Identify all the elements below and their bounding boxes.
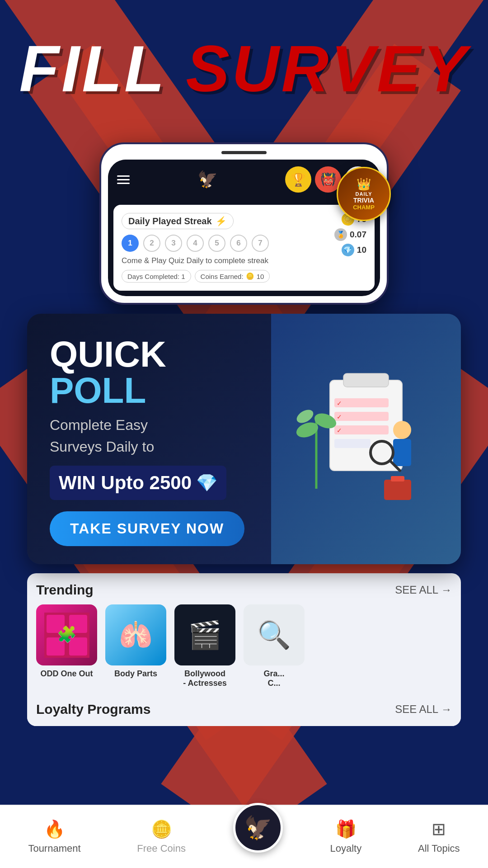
hamburger-icon: [117, 175, 130, 184]
bollywood-thumbnail: 🎬: [174, 604, 235, 665]
poll-illustration: ✓ ✓ ✓: [271, 314, 461, 564]
svg-text:🧩: 🧩: [57, 625, 77, 644]
streak-description: Come & Play Quiz Daily to complete strea…: [122, 256, 328, 265]
poll-text-area: QUICK POLL Complete Easy Surveys Daily t…: [50, 336, 249, 500]
gra-thumbnail: 🔍: [244, 604, 305, 665]
trivia-circle: 👑 DAILY TRIVIA CHAMP: [337, 167, 391, 221]
win-text: WIN Upto 2500: [59, 472, 192, 494]
loyalty-icon: 🎁: [335, 819, 357, 839]
streak-label: Daily Played Streak ⚡: [122, 213, 234, 229]
silver-medal-icon: 🏅: [334, 228, 347, 241]
phone-notch: [221, 151, 267, 154]
nav-all-topics[interactable]: ⊞ All Topics: [409, 815, 469, 859]
nav-center-home[interactable]: 🦅: [233, 803, 283, 853]
quick-poll-banner: QUICK POLL Complete Easy Surveys Daily t…: [27, 314, 461, 564]
gra-label: Gra...C...: [263, 669, 284, 688]
day-5: 5: [208, 235, 225, 252]
free-coins-label: Free Coins: [137, 843, 186, 854]
svg-rect-2: [334, 398, 389, 407]
nav-free-coins[interactable]: 🪙 Free Coins: [128, 815, 195, 859]
days-completed-badge: Days Completed: 1: [122, 270, 191, 283]
page-title: FILL SURVEY: [0, 36, 488, 102]
body-label: Body Parts: [114, 669, 157, 679]
svg-rect-1: [343, 373, 389, 387]
svg-rect-10: [393, 439, 411, 466]
nav-loyalty[interactable]: 🎁 Loyalty: [321, 815, 371, 859]
streak-left-col: Daily Played Streak ⚡ 1 2 3 4 5 6: [122, 213, 328, 283]
loyalty-nav-label: Loyalty: [330, 843, 362, 854]
quick-poll-section: QUICK POLL Complete Easy Surveys Daily t…: [27, 314, 461, 564]
trending-item-odd[interactable]: 🧩 ODD One Out: [36, 604, 97, 688]
app-bottom-screen: Trending SEE ALL →: [27, 573, 461, 726]
stat-silver: 🏅 0.07: [334, 228, 366, 241]
svg-rect-18: [391, 476, 404, 481]
fill-text: FILL: [19, 32, 186, 105]
tournament-icon: 🔥: [44, 819, 65, 839]
loyalty-title: Loyalty Programs: [36, 702, 150, 717]
content-wrapper: FILL SURVEY: [0, 0, 488, 726]
all-topics-icon: ⊞: [432, 819, 446, 839]
odd-label: ODD One Out: [41, 669, 93, 679]
svg-text:✓: ✓: [337, 413, 342, 420]
win-diamond-icon: 💎: [196, 473, 217, 493]
stat-diamond: 💎 10: [342, 244, 366, 256]
day-6: 6: [230, 235, 247, 252]
day-4: 4: [187, 235, 204, 252]
diamond-icon: 💎: [342, 244, 354, 256]
loyalty-header: Loyalty Programs SEE ALL →: [36, 702, 452, 717]
bollywood-label: Bollywood- Actresses: [183, 669, 226, 688]
poll-title: QUICK POLL: [50, 336, 249, 409]
svg-text:✓: ✓: [337, 400, 342, 407]
trending-item-bollywood[interactable]: 🎬 Bollywood- Actresses: [174, 604, 235, 688]
phone-container: 🦅 🏆 👹 🎯 Daily Play: [99, 124, 389, 305]
hamburger-button[interactable]: [117, 175, 130, 184]
survey-text: SURVEY: [186, 32, 469, 105]
trending-items-row: 🧩 ODD One Out 🫁 Body Parts: [36, 604, 452, 688]
free-coins-icon: 🪙: [151, 819, 172, 839]
loyalty-section: Loyalty Programs SEE ALL →: [27, 697, 461, 726]
odd-thumbnail: 🧩: [36, 604, 97, 665]
poll-subtitle: Complete Easy Surveys Daily to: [50, 414, 249, 458]
day-2: 2: [143, 235, 160, 252]
trivia-champ-badge[interactable]: 👑 DAILY TRIVIA CHAMP: [337, 167, 391, 221]
svg-point-9: [393, 421, 411, 439]
app-root: FILL SURVEY: [0, 0, 488, 868]
streak-footer-badges: Days Completed: 1 Coins Earned: 🪙 10: [122, 270, 328, 283]
hero-title-area: FILL SURVEY: [0, 36, 488, 102]
coins-earned-badge: Coins Earned: 🪙 10: [195, 270, 270, 283]
body-thumbnail: 🫁: [105, 604, 166, 665]
trending-item-gra[interactable]: 🔍 Gra...C...: [244, 604, 305, 688]
day-3: 3: [165, 235, 182, 252]
gra-emoji: 🔍: [257, 619, 291, 651]
svg-rect-6: [334, 425, 389, 434]
take-survey-button[interactable]: TAKE SURVEY NOW: [50, 511, 244, 546]
win-amount-box: WIN Upto 2500 💎: [50, 466, 226, 500]
trophy-button[interactable]: 🏆: [285, 166, 311, 193]
svg-rect-8: [334, 439, 371, 448]
app-logo: 🦅: [197, 170, 218, 189]
puzzle-svg: 🧩: [44, 613, 89, 658]
bottom-navigation: 🔥 Tournament 🪙 Free Coins 🦅 🎁 Loyalty ⊞ …: [0, 805, 488, 868]
trending-section: Trending SEE ALL →: [27, 573, 461, 697]
svg-rect-4: [334, 412, 389, 421]
nav-tournament[interactable]: 🔥 Tournament: [19, 815, 89, 859]
svg-rect-17: [384, 480, 411, 500]
svg-text:✓: ✓: [337, 427, 342, 434]
bollywood-emoji: 🎬: [188, 619, 222, 651]
trending-header: Trending SEE ALL →: [36, 582, 452, 598]
trending-title: Trending: [36, 582, 94, 598]
day-circles: 1 2 3 4 5 6 7: [122, 235, 328, 252]
body-emoji: 🫁: [119, 619, 153, 651]
day-1: 1: [122, 235, 139, 252]
day-7: 7: [252, 235, 269, 252]
clipboard-svg: ✓ ✓ ✓: [294, 362, 438, 516]
trending-see-all[interactable]: SEE ALL →: [395, 584, 452, 596]
trending-item-body[interactable]: 🫁 Body Parts: [105, 604, 166, 688]
all-topics-label: All Topics: [418, 843, 460, 854]
loyalty-see-all[interactable]: SEE ALL →: [395, 703, 452, 716]
home-logo-icon: 🦅: [244, 815, 272, 841]
poll-content: QUICK POLL Complete Easy Surveys Daily t…: [27, 314, 271, 564]
streak-card: Daily Played Streak ⚡ 1 2 3 4 5 6: [113, 205, 375, 291]
tournament-label: Tournament: [28, 843, 80, 854]
